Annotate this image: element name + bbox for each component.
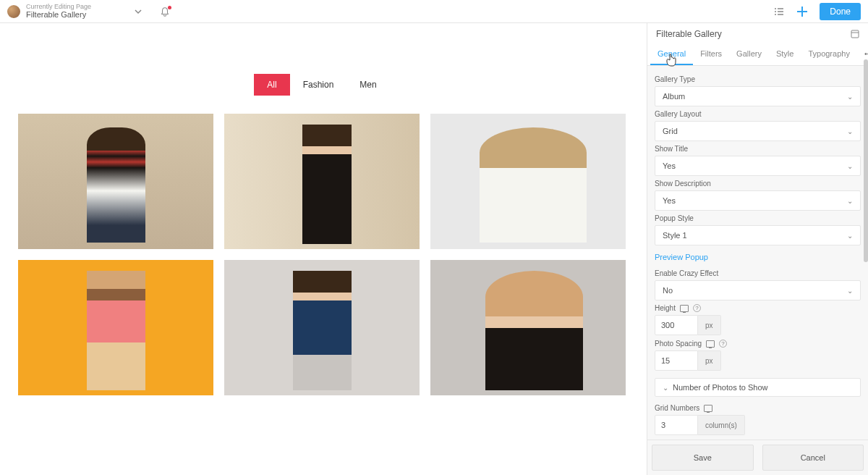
gallery-type-value: Album [663,92,685,101]
gallery-layout-value: Grid [663,127,678,135]
photo-spacing-unit: px [698,350,721,371]
height-label: Height ? [655,304,861,312]
grid-numbers-unit: column(s) [698,415,745,435]
gallery-item[interactable] [18,260,213,395]
filter-fashion[interactable]: Fashion [290,74,347,96]
show-title-label: Show Title [655,145,861,153]
panel-title: Filterable Gallery [656,29,722,39]
scrollbar-thumb[interactable] [864,59,868,262]
responsive-icon[interactable] [704,405,712,412]
panel-tabs: General Filters Gallery Style Typography… [647,43,868,66]
grid-numbers-input[interactable] [655,415,698,435]
chevron-down-icon: ⌄ [663,384,668,392]
photo-spacing-label: Photo Spacing ? [655,340,861,348]
app-logo [7,5,20,18]
editor-canvas[interactable]: All Fashion Men [0,23,644,475]
page-title: Filterable Gallery [26,10,91,19]
filter-all[interactable]: All [254,74,289,96]
tab-general[interactable]: General [650,43,693,65]
enable-crazy-effect-label: Enable Crazy Effect [655,269,861,277]
gallery-layout-select[interactable]: Grid⌄ [655,121,861,141]
responsive-icon[interactable] [680,305,689,312]
filter-men[interactable]: Men [346,74,389,96]
chevron-down-icon: ⌄ [847,93,853,101]
tab-gallery[interactable]: Gallery [729,43,769,65]
tab-filters[interactable]: Filters [693,43,729,65]
gallery-type-label: Gallery Type [655,75,861,83]
height-input[interactable] [655,315,698,335]
gallery-type-select[interactable]: Album⌄ [655,86,861,106]
top-bar: Currently Editing Page Filterable Galler… [0,0,868,23]
gallery-item[interactable] [224,260,420,395]
tab-style[interactable]: Style [769,43,801,65]
responsive-icon[interactable] [706,340,715,348]
cancel-button[interactable]: Cancel [762,445,864,471]
gallery-grid [14,114,629,395]
popup-style-select[interactable]: Style 1⌄ [655,225,861,245]
plus-icon [796,5,809,18]
chevron-down-icon: ⌄ [847,287,853,295]
gallery-layout-label: Gallery Layout [655,110,861,118]
enable-crazy-effect-value: No [663,286,673,295]
tab-typography[interactable]: Typography [801,43,856,65]
settings-panel: Filterable Gallery General Filters Galle… [647,23,868,475]
show-title-select[interactable]: Yes⌄ [655,156,861,176]
help-icon[interactable]: ? [719,340,727,348]
chevron-down-icon: ⌄ [847,127,853,135]
help-icon[interactable]: ? [693,304,701,312]
grid-numbers-label: Grid Numbers [655,404,861,412]
preview-popup-link[interactable]: Preview Popup [655,253,708,261]
height-unit: px [698,315,721,335]
page-caret-icon[interactable] [135,8,142,15]
notifications-button[interactable] [160,7,170,17]
number-photos-label: Number of Photos to Show [673,383,767,392]
popup-style-value: Style 1 [663,231,687,240]
outline-toggle-button[interactable] [773,6,785,17]
popup-style-label: Popup Style [655,214,861,222]
show-title-value: Yes [663,161,676,170]
chevron-down-icon: ⌄ [847,232,853,240]
save-button[interactable]: Save [652,445,754,471]
editing-label: Currently Editing Page [26,4,91,10]
chevron-down-icon: ⌄ [847,197,853,205]
number-photos-accordion[interactable]: ⌄ Number of Photos to Show [655,378,861,397]
panel-body[interactable]: Gallery Type Album⌄ Gallery Layout Grid⌄… [647,66,868,440]
show-description-select[interactable]: Yes⌄ [655,190,861,211]
gallery-filters: All Fashion Men [14,74,629,96]
panel-header: Filterable Gallery [647,23,868,43]
notification-dot [168,6,171,9]
photo-spacing-input[interactable] [655,350,698,371]
enable-crazy-effect-select[interactable]: No⌄ [655,280,861,300]
svg-rect-0 [851,30,859,38]
gallery-item[interactable] [18,114,213,249]
panel-footer: Save Cancel [647,440,868,475]
show-description-value: Yes [663,196,676,205]
done-button[interactable]: Done [820,3,861,20]
show-description-label: Show Description [655,180,861,188]
page-context[interactable]: Currently Editing Page Filterable Galler… [26,4,91,19]
panel-responsive-icon[interactable] [851,30,859,38]
gallery-item[interactable] [430,260,626,395]
gallery-item[interactable] [430,114,626,249]
chevron-down-icon: ⌄ [847,162,853,170]
add-button[interactable] [796,5,809,18]
gallery-item[interactable] [224,114,420,249]
list-icon [773,6,785,17]
